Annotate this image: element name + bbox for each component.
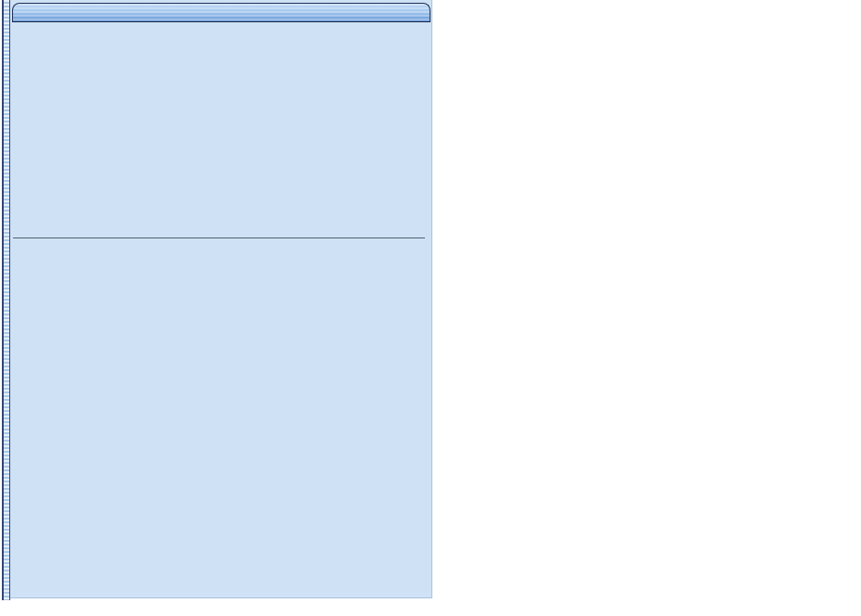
form-panel — [10, 0, 432, 598]
page-background — [0, 0, 861, 616]
left-frame-border — [2, 0, 10, 600]
form-title-bar — [12, 3, 430, 22]
section-divider — [13, 237, 425, 238]
